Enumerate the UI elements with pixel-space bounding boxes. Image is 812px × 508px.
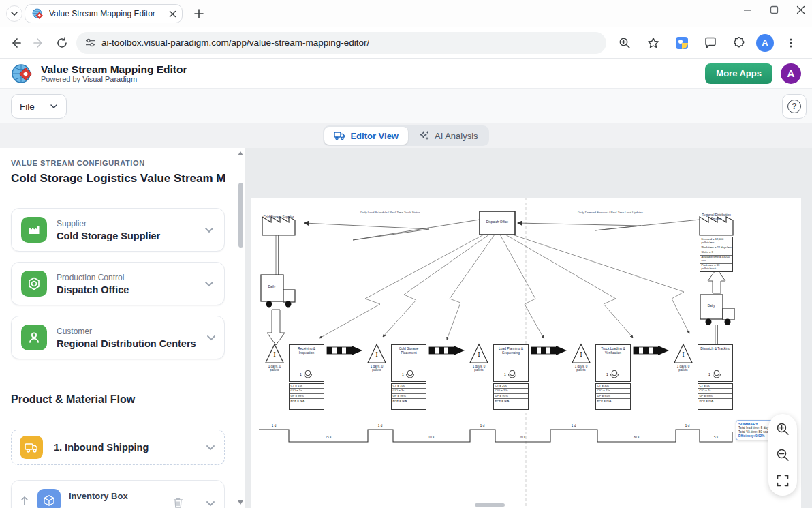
inventory-box-label: Inventory Box [69,489,128,501]
flow-step-inbound-shipping[interactable]: 1. Inbound Shipping [11,430,225,465]
inventory-symbol: I [270,351,279,359]
account-avatar[interactable]: A [781,63,801,84]
extensions-button[interactable] [728,31,751,55]
process-box-load-planning[interactable]: Load Planning & Sequencing 1 [493,344,529,382]
sidebar-section-label: VALUE STREAM CONFIGURATION [11,159,234,167]
customer-card[interactable]: Customer Regional Distribution Centers [11,316,225,359]
inventory-note: 1 days, 0pallets [567,365,595,372]
truck-left-label[interactable]: Daily [262,285,282,289]
process-box-receiving-inspection[interactable]: Receiving & Inspection 1 [289,344,324,382]
data-box[interactable]: CT = 30sC/O = 15sUP = 95%EPE = N/A [595,383,631,410]
fullscreen-button[interactable] [775,473,791,489]
truck-left-shape[interactable] [261,275,295,308]
file-menu-button[interactable]: File [11,94,67,119]
customer-data-box[interactable]: Demand = 12,000 pallets/mo Work time = 2… [700,237,733,272]
zoom-in-button[interactable] [775,421,791,437]
window-maximize-button[interactable] [770,5,779,14]
scroll-down-arrow[interactable] [238,500,243,505]
factory-icon [21,217,47,243]
truck-right-shape[interactable] [700,295,734,325]
data-box[interactable]: CT = 15sC/O = 5sUP = 98%EPE = N/A [289,383,324,410]
chevron-down-icon[interactable] [204,224,215,235]
truck-right-label[interactable]: Daily [701,304,721,308]
dispatch-office-label[interactable]: Dispatch Office [480,220,515,224]
inventory-note: 1 days, 0pallets [261,365,288,372]
info-flow-right-label[interactable]: Daily Demand Forecast / Real-Time Load U… [556,211,665,214]
more-apps-button[interactable]: More Apps [705,63,772,84]
canvas-horizontal-scrollbar[interactable] [475,503,505,507]
production-control-card[interactable]: Production Control Dispatch Office [11,262,225,305]
zoom-indicator-button[interactable] [613,31,636,55]
operator-icon [302,370,313,378]
back-button[interactable] [4,31,27,55]
scroll-up-arrow[interactable] [238,151,243,155]
forward-button[interactable] [27,31,50,55]
browser-profile-avatar[interactable]: A [756,34,774,52]
move-up-icon[interactable] [20,495,29,506]
scrollbar-thumb[interactable] [238,183,243,248]
tab-editor-view[interactable]: Editor View [324,127,408,145]
supplier-factory-shape[interactable] [262,217,295,235]
browser-menu-button[interactable] [779,31,802,55]
trash-icon[interactable] [173,497,183,508]
info-flow-arrow-left[interactable] [304,220,480,240]
configuration-sidebar: VALUE STREAM CONFIGURATION Cold Storage … [0,148,245,508]
diagram-page[interactable]: Cold Storage Supplier Dispatch Office Re… [251,198,801,508]
truck-icon [20,436,43,459]
flow-section-heading: Product & Material Flow [11,393,225,406]
forward-arrow-icon [33,37,45,49]
reload-icon [56,37,68,49]
speech-bubble-icon [704,37,717,49]
view-switcher: Editor View AI Analysis [323,125,488,146]
chevron-down-icon[interactable] [205,498,216,508]
chat-button[interactable] [699,31,722,55]
new-tab-button[interactable] [192,7,206,20]
app-header: Value Stream Mapping Editor Powered by V… [0,59,812,89]
tab-ai-analysis[interactable]: AI Analysis [409,127,488,145]
bookmark-button[interactable] [642,31,665,55]
browser-tab[interactable]: Value Stream Mapping Editor [25,4,183,23]
process-box-cold-storage-placement[interactable]: Cold Storage Placement 1 [391,344,426,382]
data-box[interactable]: CT = 20sC/O = 10sUP = 95%EPE = N/A [493,383,529,410]
url-text[interactable]: ai-toolbox.visual-paradigm.com/app/value… [102,38,369,48]
tab-search-button[interactable] [6,5,22,22]
help-button[interactable]: ? [782,94,807,119]
window-close-button[interactable] [796,5,805,14]
inventory-symbol: I [373,351,381,359]
reload-button[interactable] [50,31,74,55]
data-box[interactable]: CT = 5sC/O = 2sUP = 99%EPE = N/A [698,383,733,410]
card-value: Cold Storage Supplier [57,230,160,241]
shipment-arrow-down[interactable] [267,310,285,345]
operator-icon [711,370,722,378]
inventory-box-card[interactable]: Inventory Box [11,480,225,508]
customer-label[interactable]: Regional Distribution Centers [700,213,732,221]
tab-close-icon[interactable] [169,10,176,18]
chevron-down-icon[interactable] [206,332,217,343]
visual-paradigm-link[interactable]: Visual Paradigm [82,75,137,83]
info-flow-left-label[interactable]: Daily Load Schedule / Real-Time Truck St… [336,211,445,214]
window-minimize-button[interactable] [743,5,752,14]
chevron-down-icon[interactable] [205,442,216,453]
data-box[interactable]: CT = 10sC/O = 3sUP = 98%EPE = N/A [391,383,426,410]
site-settings-icon[interactable] [84,37,96,48]
operator-icon [609,370,620,378]
divider [11,415,225,415]
process-box-dispatch-tracking[interactable]: Dispatch & Tracking 1 [698,344,733,382]
chevron-down-icon[interactable] [204,278,215,289]
shipment-arrow-up[interactable] [708,269,725,293]
cube-icon [37,489,61,508]
schedule-lines [319,235,689,340]
sidebar-scrollbar[interactable] [237,150,245,506]
sparkles-icon [419,130,430,141]
info-flow-arrow-right[interactable] [518,220,700,230]
editor-toolbar: File ? [0,89,812,123]
supplier-card[interactable]: Supplier Cold Storage Supplier [11,208,225,252]
url-bar[interactable]: ai-toolbox.visual-paradigm.com/app/value… [76,32,606,54]
inventory-symbol: I [475,351,483,359]
extension-shortcut-button[interactable] [670,31,693,55]
va-time-label: 30 s [626,436,646,439]
diagram-canvas[interactable]: Cold Storage Supplier Dispatch Office Re… [245,148,812,508]
zoom-out-button[interactable] [775,447,791,463]
supplier-label[interactable]: Cold Storage Supplier [263,215,294,219]
process-box-truck-loading[interactable]: Truck Loading & Verification 1 [595,344,631,382]
